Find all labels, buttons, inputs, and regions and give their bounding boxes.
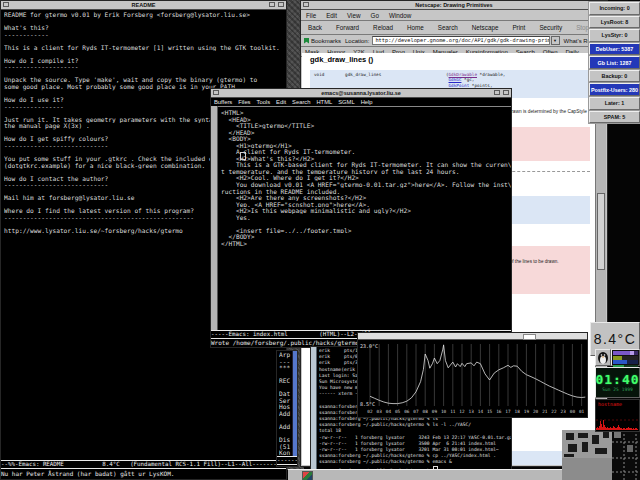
system-monitor-widget <box>611 349 640 366</box>
menu-item[interactable]: SGML <box>335 98 357 106</box>
toolbar-button[interactable]: Search <box>431 24 465 31</box>
scrollbar-thumb[interactable] <box>597 193 605 270</box>
panel-button[interactable]: LysStyr: 0 <box>589 29 640 42</box>
toolbar-button[interactable]: Print <box>505 24 532 31</box>
monitor-row-load <box>613 356 638 360</box>
xterm-scrollbar[interactable] <box>311 347 317 469</box>
network-monitor: hostname <box>595 399 640 432</box>
maze-widget <box>562 430 640 480</box>
led-time: 01:40 <box>595 373 639 387</box>
panel-button[interactable]: SPAM: 5 <box>589 111 640 124</box>
svg-text:17: 17 <box>505 409 511 414</box>
panel-button[interactable]: Postfix-Users: 280 <box>589 83 640 96</box>
emacs-buffer-text: <HTML> <HEAD> <TITLE>gtermo</TITLE> </HE… <box>211 107 511 246</box>
menu-item[interactable]: Tools <box>254 98 274 106</box>
scrollbar[interactable] <box>292 351 297 458</box>
maximize-button[interactable] <box>278 2 284 7</box>
svg-text:12: 12 <box>459 409 465 414</box>
svg-text:04: 04 <box>386 409 392 414</box>
svg-text:14: 14 <box>478 409 484 414</box>
window-menu-button[interactable] <box>303 2 309 7</box>
background-window: Arp---***RECDatSerHosAddAddDis(51Kon ---… <box>276 350 298 467</box>
netscape-locationbar: Bookmarks Location: http://developer.gno… <box>301 35 607 47</box>
menu-item[interactable]: Search <box>289 98 313 106</box>
penguin-icon <box>596 350 610 365</box>
page-heading: gdk_draw_lines () <box>310 55 373 64</box>
maze-icon <box>562 430 640 480</box>
text-line: This is a GTK-based client for Ryds IT-t… <box>221 161 511 168</box>
gtermo-graph-window: 0203040506070809101112131415161718192021… <box>357 332 588 418</box>
location-input[interactable]: http://developer.gnome.org/doc/API/gdk/g… <box>372 36 549 45</box>
window-menu-button[interactable] <box>213 90 219 95</box>
doc-link[interactable]: GdkDrawable <box>449 72 477 77</box>
maximize-button[interactable] <box>503 90 509 95</box>
svg-text:06: 06 <box>404 409 410 414</box>
menu-item[interactable]: Buffers <box>211 98 235 106</box>
penguin-dockapp[interactable] <box>595 349 611 366</box>
svg-text:13: 13 <box>469 409 475 414</box>
svg-text:23: 23 <box>561 409 567 414</box>
svg-text:23.0°C: 23.0°C <box>360 343 378 349</box>
monitor-panel: Incoming: 0LysRoot: 8LysStyr: 0DebUser: … <box>588 1 640 124</box>
iconify-button[interactable] <box>269 2 275 7</box>
svg-text:15: 15 <box>487 409 493 414</box>
panel-button[interactable]: Backup: 0 <box>589 70 640 83</box>
text-line: You download v0.01 <A HREF="gtermo-0.01.… <box>221 181 511 188</box>
netscape-menubar: FileEditViewGoWindow <box>301 10 607 21</box>
toolbar-button[interactable]: Security <box>532 24 569 31</box>
url-dropdown-icon[interactable]: ▼ <box>551 36 560 45</box>
svg-text:22: 22 <box>551 409 557 414</box>
menu-item[interactable]: Files <box>235 98 253 106</box>
panel-button[interactable]: Later: 1 <box>589 97 640 110</box>
svg-text:00: 00 <box>570 409 576 414</box>
panel-button[interactable]: DebUser: 5387 <box>589 43 640 56</box>
svg-text:01: 01 <box>579 409 585 414</box>
menu-item[interactable]: Window <box>384 12 416 19</box>
monitor-row-net <box>613 351 638 355</box>
svg-text:16: 16 <box>496 409 502 414</box>
panel-button[interactable]: LysRoot: 8 <box>589 16 640 29</box>
window-menu-button[interactable] <box>3 2 9 7</box>
toolbar-button[interactable]: Home <box>400 24 431 31</box>
netmon-hostname: hostname <box>598 401 622 407</box>
titlebar-handle[interactable] <box>523 334 536 340</box>
emacs-titlebar[interactable]: emacs@susanna.lysator.liu.se <box>211 89 511 98</box>
svg-text:07: 07 <box>413 409 419 414</box>
temperature-chart: 0203040506070809101112131415161718192021… <box>358 340 587 417</box>
monitor-row-mem <box>613 360 638 364</box>
svg-text:02: 02 <box>367 409 373 414</box>
netscape-toolbar: BackForwardReloadHomeSearchNetscapePrint… <box>301 21 607 35</box>
menu-item[interactable]: Help <box>358 98 376 106</box>
menu-item[interactable]: Edit <box>321 12 342 19</box>
svg-text:09: 09 <box>432 409 438 414</box>
emacs-menubar: BuffersFilesToolsEditSearchHTMLSGMLHelp <box>211 98 511 107</box>
svg-text:05: 05 <box>395 409 401 414</box>
doc-link[interactable]: GdkGC <box>449 77 462 82</box>
toolbar-button[interactable]: Reload <box>366 24 400 31</box>
taskbar-icon[interactable] <box>302 471 313 480</box>
bookmark-icon <box>304 38 309 44</box>
window-title: Netscape: Drawing Primitives <box>415 2 492 8</box>
menu-item[interactable]: File <box>301 12 321 19</box>
panel-button[interactable]: Incoming: 0 <box>589 2 640 15</box>
menu-item[interactable]: Go <box>366 12 384 19</box>
bookmarks-button[interactable]: Bookmarks <box>311 38 345 44</box>
menu-item[interactable]: Edit <box>273 98 289 106</box>
readme-titlebar[interactable]: README <box>1 1 286 10</box>
led-clock: 01:40 Sun 25 1999 <box>595 367 640 398</box>
text-cursor <box>240 152 246 160</box>
toolbar-button[interactable]: Back <box>301 24 329 31</box>
graph-titlebar[interactable] <box>358 333 587 340</box>
netscape-titlebar[interactable]: Netscape: Drawing Primitives <box>301 1 607 10</box>
menu-item[interactable]: HTML <box>313 98 335 106</box>
svg-text:03: 03 <box>377 409 383 414</box>
window-title: emacs@susanna.lysator.liu.se <box>321 90 401 96</box>
toolbar-button[interactable]: Forward <box>329 24 366 31</box>
svg-text:21: 21 <box>542 409 548 414</box>
menu-item[interactable]: View <box>342 12 366 19</box>
readme-minibuffer[interactable]: Nu har Peter Åstrand (har badat) gått ur… <box>1 470 286 478</box>
panel-button[interactable]: Gb List: 1287 <box>589 56 640 69</box>
toolbar-button[interactable]: Netscape <box>465 24 506 31</box>
iconify-button[interactable] <box>494 90 500 95</box>
doc-link[interactable]: GdkPoint <box>449 83 470 88</box>
